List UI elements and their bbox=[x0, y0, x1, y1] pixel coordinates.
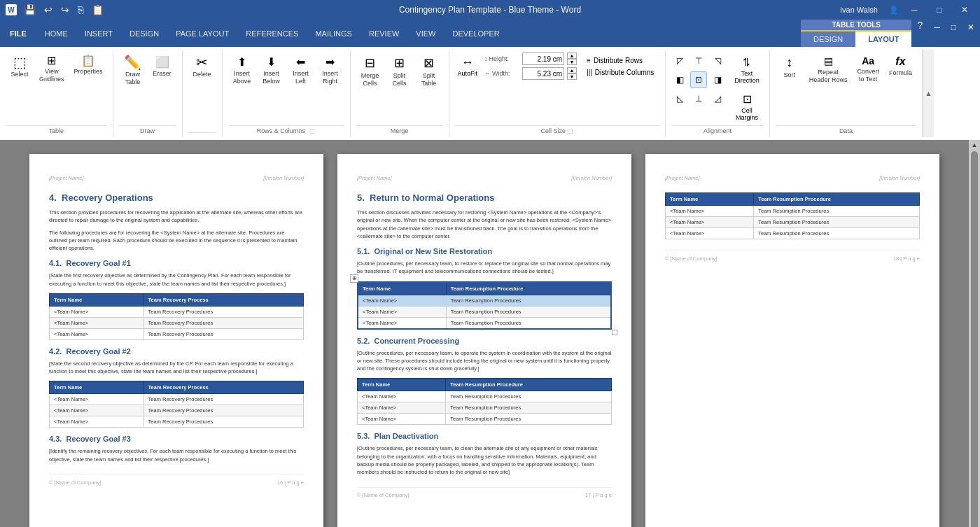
cell-margins-button[interactable]: ⊡ Cell Margins bbox=[730, 90, 764, 124]
height-input[interactable] bbox=[522, 52, 564, 65]
insert-right-icon: ➡ bbox=[326, 55, 335, 69]
delete-button[interactable]: ✂ Delete bbox=[188, 52, 216, 81]
table-resize-handle[interactable] bbox=[612, 330, 617, 335]
height-up-btn[interactable]: ▲ bbox=[567, 52, 577, 59]
convert-to-text-button[interactable]: Aa Convertto Text bbox=[853, 52, 883, 86]
section-4-intro1: This section provides procedures for rec… bbox=[49, 209, 304, 225]
tab-developer[interactable]: DEVELOPER bbox=[444, 20, 507, 47]
draw-table-button[interactable]: ✏️ DrawTable bbox=[119, 52, 147, 89]
page-16-footer-left: © [Name of Company] bbox=[49, 479, 101, 486]
distribute-rows-button[interactable]: ≡ Distribute Rows bbox=[581, 55, 659, 66]
split-table-button[interactable]: ⊠ SplitTable bbox=[415, 52, 443, 90]
close-btn[interactable]: ✕ bbox=[955, 0, 974, 20]
ribbon-group-merge-inner: ⊟ MergeCells ⊞ SplitCells ⊠ SplitTable bbox=[356, 52, 443, 124]
repeat-header-rows-button[interactable]: ▤ RepeatHeader Rows bbox=[805, 52, 852, 86]
cell-size-expand-icon[interactable]: ⬚ bbox=[567, 127, 573, 134]
width-down-btn[interactable]: ▼ bbox=[567, 73, 577, 80]
scroll-thumb[interactable] bbox=[971, 151, 978, 527]
table-4-2-col1-header: Term Name bbox=[50, 381, 144, 394]
autofit-button[interactable]: ↔ AutoFit bbox=[455, 52, 481, 80]
height-down-btn[interactable]: ▼ bbox=[567, 59, 577, 65]
repeat-header-icon: ▤ bbox=[824, 55, 833, 67]
subsection-5-2-text: [Outline procedures, per necessary team,… bbox=[357, 349, 612, 373]
cell-margins-icon: ⊡ bbox=[743, 92, 752, 106]
align-middle-left[interactable]: ◧ bbox=[671, 71, 688, 88]
title-bar: W 💾 ↩ ↪ ⎘ 📋 Contingency Plan Template - … bbox=[0, 0, 980, 20]
align-bottom-center[interactable]: ⊥ bbox=[690, 90, 707, 107]
quick-btn-5[interactable]: 📋 bbox=[89, 3, 106, 17]
ribbon-close[interactable]: ✕ bbox=[962, 20, 980, 47]
split-cells-icon: ⊞ bbox=[394, 55, 405, 71]
merge-cells-button[interactable]: ⊟ MergeCells bbox=[356, 52, 384, 90]
table-cell: Team Resumption Procedures bbox=[446, 391, 612, 402]
tab-page-layout[interactable]: PAGE LAYOUT bbox=[167, 20, 237, 47]
save-quick-btn[interactable]: 💾 bbox=[21, 3, 38, 17]
tab-design[interactable]: DESIGN bbox=[121, 20, 167, 47]
text-direction-button[interactable]: ⇌ Text Direction bbox=[730, 52, 764, 87]
redo-quick-btn[interactable]: ↪ bbox=[58, 3, 72, 17]
page-18-page-number: 18 | P a g e bbox=[893, 255, 920, 262]
vertical-scrollbar[interactable]: ▲ ▼ bbox=[969, 140, 980, 527]
width-input[interactable] bbox=[522, 67, 564, 80]
select-button[interactable]: ⬚ Select bbox=[6, 52, 34, 81]
table-row: <Team Name> Team Resumption Procedures bbox=[358, 391, 612, 402]
ribbon-group-table: ⬚ Select ⊞ View Gridlines 📋 Properties T… bbox=[0, 50, 113, 137]
width-up-btn[interactable]: ▲ bbox=[567, 67, 577, 73]
table-cell: Team Resumption Procedures bbox=[446, 402, 612, 414]
table-5-1-col2-header: Team Resumption Procedure bbox=[446, 282, 611, 295]
ribbon-group-alignment: ◸ ⊤ ◹ ◧ ⊡ ◨ ◺ ⊥ ◿ ⇌ Text Direction bbox=[666, 50, 770, 137]
properties-button[interactable]: 📋 Properties bbox=[70, 52, 107, 78]
window-btns-ribbon: ─ □ ✕ bbox=[928, 20, 980, 47]
formula-button[interactable]: fx Formula bbox=[885, 52, 916, 80]
quick-btn-4[interactable]: ⎘ bbox=[75, 3, 86, 17]
align-top-left[interactable]: ◸ bbox=[671, 52, 688, 69]
tab-review[interactable]: REVIEW bbox=[360, 20, 407, 47]
table-move-handle[interactable]: ⊕ bbox=[350, 274, 358, 283]
ribbon-expand-arrow[interactable]: ▲ bbox=[925, 90, 932, 97]
insert-below-button[interactable]: ⬇ InsertBelow bbox=[258, 52, 286, 88]
align-middle-right[interactable]: ◨ bbox=[709, 71, 726, 88]
scroll-up-arrow[interactable]: ▲ bbox=[970, 140, 979, 150]
align-bottom-left[interactable]: ◺ bbox=[671, 90, 688, 107]
undo-quick-btn[interactable]: ↩ bbox=[41, 3, 55, 17]
align-bottom-right[interactable]: ◿ bbox=[709, 90, 726, 107]
help-btn[interactable]: ? bbox=[911, 20, 928, 47]
table-cell: Team Recovery Procedures bbox=[144, 328, 303, 339]
table-cell: <Team Name> bbox=[50, 405, 144, 416]
autofit-icon: ↔ bbox=[461, 55, 474, 70]
table-4-2: Term Name Team Recovery Process <Team Na… bbox=[49, 381, 304, 428]
distribute-cols-button[interactable]: ||| Distribute Columns bbox=[581, 67, 659, 78]
tab-insert[interactable]: INSERT bbox=[76, 20, 121, 47]
ribbon-group-rows-cols-inner: ⬆ InsertAbove ⬇ InsertBelow ⬅ InsertLeft… bbox=[228, 52, 344, 124]
tab-view[interactable]: VIEW bbox=[407, 20, 444, 47]
tab-table-layout[interactable]: LAYOUT bbox=[855, 31, 911, 47]
align-middle-center[interactable]: ⊡ bbox=[690, 71, 707, 88]
align-top-right[interactable]: ◹ bbox=[709, 52, 726, 69]
table-row: <Team Name> Team Resumption Procedures bbox=[666, 206, 920, 217]
minimize-btn[interactable]: ─ bbox=[904, 0, 924, 20]
autofit-label: AutoFit bbox=[458, 70, 478, 77]
insert-above-button[interactable]: ⬆ InsertAbove bbox=[228, 52, 256, 88]
tab-references[interactable]: REFERENCES bbox=[237, 20, 307, 47]
tab-table-design[interactable]: DESIGN bbox=[801, 31, 855, 47]
sort-button[interactable]: ↕ Sort bbox=[776, 52, 804, 82]
table-cell: <Team Name> bbox=[666, 206, 754, 217]
split-cells-button[interactable]: ⊞ SplitCells bbox=[386, 52, 414, 90]
view-gridlines-button[interactable]: ⊞ View Gridlines bbox=[35, 52, 69, 86]
page-18-footer: © [Name of Company] 18 | P a g e bbox=[665, 251, 920, 262]
tab-mailings[interactable]: MAILINGS bbox=[307, 20, 360, 47]
maximize-btn[interactable]: □ bbox=[930, 0, 949, 20]
insert-left-button[interactable]: ⬅ InsertLeft bbox=[287, 52, 315, 88]
distribute-buttons: ≡ Distribute Rows ||| Distribute Columns bbox=[581, 52, 659, 78]
tab-home[interactable]: HOME bbox=[36, 20, 76, 47]
rows-cols-expand-icon[interactable]: ⬚ bbox=[309, 128, 315, 134]
tab-file[interactable]: FILE bbox=[0, 20, 36, 47]
subsection-4-3-text: [Identify the remaining recovery objecti… bbox=[49, 447, 304, 463]
document-scroll[interactable]: [Project Name] [Version Number] 4. Recov… bbox=[0, 140, 969, 527]
eraser-button[interactable]: ⬜ Eraser bbox=[148, 52, 176, 80]
ribbon-restore[interactable]: □ bbox=[946, 20, 962, 47]
insert-right-button[interactable]: ➡ InsertRight bbox=[316, 52, 344, 88]
ribbon-minimize[interactable]: ─ bbox=[928, 20, 946, 47]
align-top-center[interactable]: ⊤ bbox=[690, 52, 707, 69]
table-cell: Team Recovery Procedures bbox=[144, 394, 303, 405]
